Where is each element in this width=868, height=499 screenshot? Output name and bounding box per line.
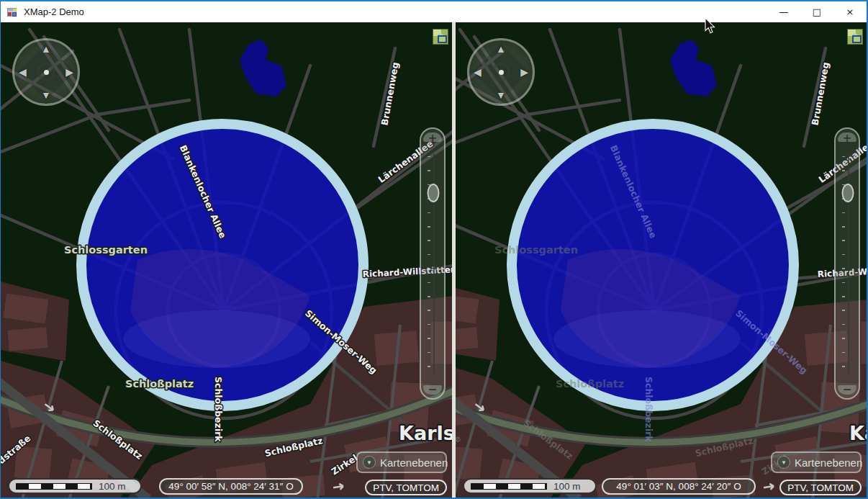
map-split-view: Brunnenweg Lärchenallee Blankenlocher Al… xyxy=(1,22,867,498)
overview-map-icon[interactable] xyxy=(847,29,863,45)
attribution: PTV, TOMTOM xyxy=(365,480,447,495)
pan-down-icon[interactable]: ▼ xyxy=(496,90,506,100)
kartenebenen-label: Kartenebenen xyxy=(795,457,862,469)
area-label: Schloßplatz xyxy=(556,378,624,390)
pan-down-icon[interactable]: ▼ xyxy=(41,90,51,100)
zoom-slider[interactable]: + − xyxy=(834,127,860,400)
area-label: Schlossgarten xyxy=(494,244,578,256)
kartenebenen-label: Kartenebenen xyxy=(380,457,448,469)
scale-stripes xyxy=(471,483,547,490)
map-panel-left: Brunnenweg Lärchenallee Blankenlocher Al… xyxy=(1,22,452,498)
scale-bar: 100 m xyxy=(8,478,142,494)
city-label: Karlsruhe xyxy=(399,422,452,444)
street-label: Schloßbezirk xyxy=(643,377,654,442)
scale-label: 100 m xyxy=(553,481,581,492)
attribution: PTV, TOMTOM xyxy=(779,480,862,495)
zoom-in-button[interactable]: + xyxy=(836,132,859,145)
pan-right-icon[interactable]: ▶ xyxy=(65,67,73,77)
coordinates-readout: 49° 01′ 03″ N, 008° 24′ 20″ O xyxy=(602,478,756,495)
map-panel-right: Blankenlocher Allee Schlossgarten Simon-… xyxy=(456,22,867,498)
pan-compass[interactable]: ▲ ▼ ◀ ▶ xyxy=(467,38,535,106)
zoom-in-button[interactable]: + xyxy=(421,132,444,145)
zoom-out-button[interactable]: − xyxy=(421,383,444,396)
pan-up-icon[interactable]: ▲ xyxy=(496,44,506,54)
maximize-button[interactable]: □ xyxy=(800,1,833,22)
app-icon xyxy=(6,6,18,18)
pan-compass[interactable]: ▲ ▼ ◀ ▶ xyxy=(12,38,80,106)
zoom-slider[interactable]: + − xyxy=(420,127,446,400)
area-label: Schlossgarten xyxy=(64,244,148,256)
scale-label: 100 m xyxy=(99,481,126,492)
window-controls: — □ × xyxy=(767,1,867,22)
kartenebenen-button[interactable]: ▼ Kartenebenen xyxy=(356,451,447,473)
overview-map-icon[interactable] xyxy=(433,29,448,45)
zoom-out-button[interactable]: − xyxy=(836,383,859,396)
pan-right-icon[interactable]: ▶ xyxy=(520,67,528,77)
app-window: XMap-2 Demo — □ × xyxy=(0,0,868,499)
window-title: XMap-2 Demo xyxy=(24,6,767,17)
street-label: Schloßbezirk xyxy=(213,377,224,442)
city-label: Karlsruhe xyxy=(849,422,867,444)
scale-bar: 100 m xyxy=(463,478,597,494)
kartenebenen-button[interactable]: ▼ Kartenebenen xyxy=(771,451,862,473)
layers-dropdown-icon: ▼ xyxy=(777,456,790,469)
pan-up-icon[interactable]: ▲ xyxy=(41,44,51,54)
minimize-button[interactable]: — xyxy=(767,1,800,22)
scale-stripes xyxy=(16,483,92,490)
area-label: Schloßplatz xyxy=(125,378,194,390)
close-button[interactable]: × xyxy=(833,1,867,22)
layers-dropdown-icon: ▼ xyxy=(363,456,376,469)
coordinates-readout: 49° 00′ 58″ N, 008° 24′ 31″ O xyxy=(159,478,303,495)
pan-left-icon[interactable]: ◀ xyxy=(19,67,27,77)
zoom-thumb[interactable] xyxy=(842,184,854,202)
title-bar: XMap-2 Demo — □ × xyxy=(1,1,867,22)
pan-left-icon[interactable]: ◀ xyxy=(474,67,482,77)
zoom-thumb[interactable] xyxy=(428,184,440,202)
